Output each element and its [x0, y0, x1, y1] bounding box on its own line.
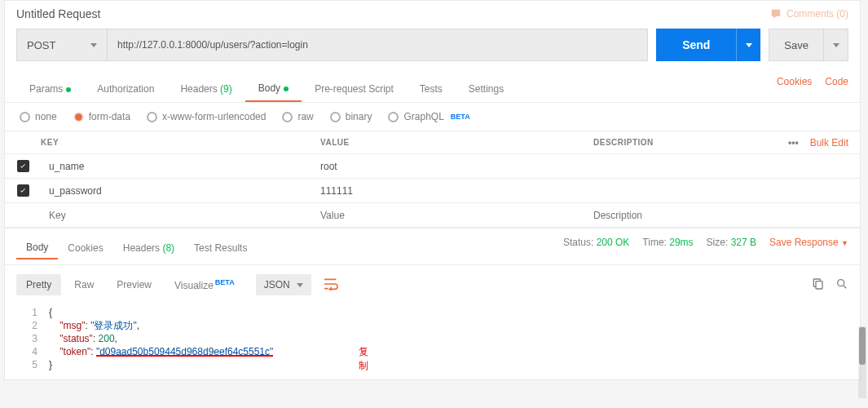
send-button[interactable]: Send — [656, 29, 736, 61]
request-title: Untitled Request — [16, 7, 101, 20]
col-value: VALUE — [312, 131, 585, 153]
resp-tab-body[interactable]: Body — [16, 237, 58, 259]
radio-raw[interactable]: raw — [282, 111, 313, 122]
radio-graphql[interactable]: GraphQLBETA — [388, 111, 469, 122]
value-input[interactable] — [312, 204, 585, 227]
time-value: 29ms — [669, 237, 693, 248]
formdata-table: KEY VALUE DESCRIPTION ••• Bulk Edit — [5, 131, 860, 228]
svg-rect-1 — [816, 281, 822, 288]
method-select[interactable]: POST — [16, 29, 108, 61]
beta-badge: BETA — [451, 113, 470, 121]
wrap-toggle[interactable] — [323, 277, 339, 293]
save-dropdown[interactable] — [824, 29, 848, 61]
table-header: KEY VALUE DESCRIPTION ••• Bulk Edit — [5, 131, 860, 154]
size-value: 327 B — [731, 237, 756, 248]
chevron-down-icon — [833, 43, 839, 47]
radio-binary[interactable]: binary — [330, 111, 372, 122]
format-select[interactable]: JSON — [256, 274, 311, 295]
tab-body[interactable]: Body — [245, 76, 302, 102]
size-label: Size: — [707, 237, 729, 248]
comment-icon — [770, 8, 782, 20]
radio-none[interactable]: none — [20, 111, 57, 122]
url-input[interactable] — [108, 29, 648, 61]
request-tabs: Params Authorization Headers (9) Body Pr… — [5, 69, 860, 103]
json-code: { "msg": "登录成功", "status": 200, "token":… — [49, 306, 273, 371]
col-description: DESCRIPTION — [585, 131, 788, 153]
table-row — [5, 154, 860, 179]
method-value: POST — [27, 39, 55, 51]
view-visualize[interactable]: VisualizeBETA — [165, 273, 245, 296]
key-input[interactable] — [41, 180, 312, 202]
tab-authorization[interactable]: Authorization — [84, 77, 167, 101]
code-link[interactable]: Code — [825, 76, 848, 87]
token-value: "d09aad50b509445d968d9eef64c5551c" — [96, 345, 273, 357]
radio-icon — [73, 112, 84, 122]
active-dot — [284, 86, 289, 91]
comments-label: Comments (0) — [786, 8, 848, 20]
beta-badge: BETA — [215, 278, 235, 286]
cookies-link[interactable]: Cookies — [777, 76, 812, 87]
scrollbar[interactable] — [858, 326, 866, 398]
status-label: Status: — [563, 237, 593, 248]
copy-annotation: 复制 — [359, 345, 368, 373]
view-preview[interactable]: Preview — [107, 274, 161, 295]
col-key: KEY — [5, 131, 312, 153]
search-icon[interactable] — [835, 277, 848, 293]
radio-formdata[interactable]: form-data — [73, 111, 130, 122]
save-button[interactable]: Save — [769, 29, 824, 61]
chevron-down-icon — [90, 43, 97, 47]
response-meta: Status: 200 OK Time: 29ms Size: 327 B Sa… — [563, 237, 848, 248]
scrollbar-thumb[interactable] — [859, 327, 866, 365]
save-response-button[interactable]: Save Response ▼ — [769, 237, 848, 248]
value-input[interactable] — [312, 155, 585, 178]
body-type-radios: none form-data x-www-form-urlencoded raw… — [5, 103, 860, 131]
tab-params[interactable]: Params — [16, 77, 84, 101]
send-dropdown[interactable] — [736, 29, 760, 61]
desc-input[interactable] — [585, 180, 860, 202]
status-value: 200 OK — [597, 237, 630, 248]
row-checkbox[interactable] — [17, 184, 29, 197]
svg-point-2 — [838, 279, 844, 286]
copy-icon[interactable] — [811, 277, 824, 293]
view-raw[interactable]: Raw — [64, 274, 104, 295]
table-row-empty — [5, 203, 860, 228]
resp-tab-headers[interactable]: Headers (8) — [113, 237, 184, 259]
radio-icon — [20, 112, 30, 122]
line-gutter: 12345 — [16, 306, 49, 371]
view-pretty[interactable]: Pretty — [16, 274, 61, 295]
response-body[interactable]: 12345 { "msg": "登录成功", "status": 200, "t… — [5, 304, 860, 379]
active-dot — [66, 87, 71, 92]
tab-prerequest[interactable]: Pre-request Script — [302, 77, 407, 101]
resp-tab-cookies[interactable]: Cookies — [58, 237, 112, 259]
desc-input[interactable] — [585, 155, 860, 178]
chevron-down-icon — [746, 43, 752, 47]
response-toolbar: Pretty Raw Preview VisualizeBETA JSON — [5, 264, 860, 304]
radio-icon — [147, 112, 157, 122]
response-tabs: Body Cookies Headers (8) Test Results St… — [5, 228, 860, 259]
radio-xwww[interactable]: x-www-form-urlencoded — [147, 111, 266, 122]
time-label: Time: — [642, 237, 667, 248]
key-input[interactable] — [41, 155, 312, 178]
value-input[interactable] — [312, 180, 585, 202]
tab-tests[interactable]: Tests — [407, 77, 456, 101]
row-checkbox[interactable] — [17, 160, 29, 172]
bulk-edit-link[interactable]: Bulk Edit — [810, 137, 848, 149]
key-input[interactable] — [41, 204, 312, 227]
tab-headers[interactable]: Headers (9) — [167, 77, 245, 101]
desc-input[interactable] — [585, 204, 860, 227]
comments-button[interactable]: Comments (0) — [770, 8, 848, 20]
tab-settings[interactable]: Settings — [456, 77, 517, 101]
more-icon[interactable]: ••• — [788, 137, 799, 149]
chevron-down-icon — [297, 283, 303, 287]
table-row — [5, 179, 860, 203]
radio-icon — [282, 112, 293, 122]
radio-icon — [388, 112, 399, 122]
resp-tab-tests[interactable]: Test Results — [184, 237, 257, 259]
radio-icon — [330, 112, 341, 122]
